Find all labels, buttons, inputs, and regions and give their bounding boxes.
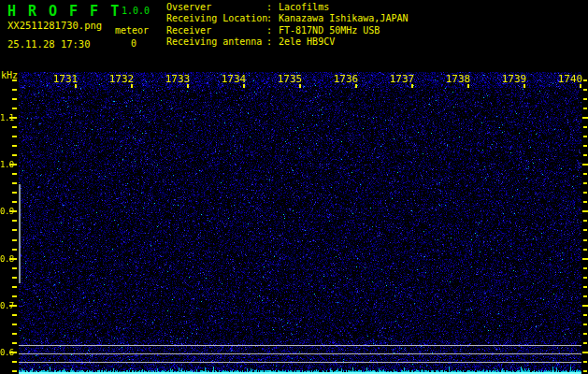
freq-minor-tick — [583, 136, 587, 137]
calibration-line-lower — [19, 362, 581, 363]
freq-major-tick — [582, 117, 588, 119]
freq-minor-tick — [583, 229, 587, 231]
timestamp: 25.11.28 17:30 — [7, 38, 91, 50]
info-value: Kanazawa Ishikawa,JAPAN — [279, 13, 408, 23]
freq-minor-tick — [12, 277, 17, 279]
output-filename: XX2511281730.png — [7, 20, 102, 31]
spectrogram-canvas — [19, 72, 581, 374]
freq-minor-tick — [583, 314, 587, 316]
freq-tick-label: 0.7 — [0, 301, 12, 310]
info-row-observer: Ovserver:Lacofilms — [166, 2, 408, 13]
freq-minor-tick — [12, 314, 17, 316]
time-tick — [243, 84, 245, 88]
freq-minor-tick — [583, 267, 587, 269]
info-separator: : — [266, 36, 274, 48]
freq-minor-tick — [583, 145, 587, 147]
time-tick — [411, 84, 413, 88]
freq-minor-tick — [583, 192, 587, 194]
info-separator: : — [266, 2, 274, 13]
info-row-location: Receiving Location:Kanazawa Ishikawa,JAP… — [166, 13, 408, 24]
meteor-count: 0 — [131, 38, 136, 49]
freq-minor-tick — [12, 126, 17, 128]
freq-minor-tick — [12, 201, 17, 203]
freq-major-tick — [582, 258, 588, 260]
info-row-antenna: Receiving antenna:2ele HB9CV — [166, 36, 408, 48]
freq-minor-tick — [12, 324, 17, 325]
info-label: Receiving antenna — [166, 36, 266, 48]
freq-minor-tick — [12, 145, 17, 147]
time-tick — [355, 84, 357, 88]
info-value: FT-817ND 50MHz USB — [279, 25, 380, 36]
freq-minor-tick — [583, 98, 587, 100]
freq-tick-label: 0.8 — [0, 254, 12, 264]
freq-minor-tick — [583, 277, 587, 279]
freq-minor-tick — [12, 173, 17, 175]
freq-minor-tick — [12, 89, 17, 91]
freq-major-tick — [582, 164, 588, 165]
freq-minor-tick — [12, 98, 17, 100]
freq-minor-tick — [12, 220, 17, 222]
freq-tick-label: 0.9 — [0, 207, 12, 216]
freq-minor-tick — [583, 201, 587, 203]
freq-minor-tick — [12, 267, 17, 269]
freq-minor-tick — [583, 108, 587, 109]
app-title: HROFFT — [7, 3, 131, 20]
freq-minor-tick — [12, 333, 17, 335]
freq-minor-tick — [12, 370, 17, 372]
mode-label: meteor — [115, 25, 149, 36]
time-tick — [75, 84, 77, 88]
freq-minor-tick — [12, 108, 17, 109]
freq-minor-tick — [583, 239, 587, 241]
info-value: 2ele HB9CV — [279, 36, 335, 47]
freq-minor-tick — [12, 136, 17, 137]
app-version: 1.0.0 — [122, 6, 150, 16]
freq-minor-tick — [583, 333, 587, 335]
freq-minor-tick — [583, 342, 587, 344]
info-value: Lacofilms — [279, 2, 329, 12]
freq-major-tick — [582, 305, 588, 307]
freq-minor-tick — [583, 89, 587, 91]
freq-minor-tick — [12, 342, 17, 344]
echo-marker-line — [19, 184, 21, 283]
time-tick — [131, 84, 133, 88]
time-tick — [580, 84, 581, 88]
time-tick — [523, 84, 525, 88]
time-tick — [299, 84, 301, 88]
freq-minor-tick — [12, 182, 17, 184]
calibration-line-upper — [19, 345, 581, 346]
time-tick — [187, 84, 189, 88]
station-info: Ovserver:Lacofilms Receiving Location:Ka… — [166, 2, 408, 49]
freq-minor-tick — [583, 182, 587, 184]
freq-minor-tick — [583, 173, 587, 175]
freq-minor-tick — [12, 361, 17, 363]
freq-minor-tick — [12, 286, 17, 288]
info-label: Receiving Location — [166, 13, 266, 24]
freq-minor-tick — [583, 324, 587, 325]
freq-tick-label: 1.1 — [0, 113, 12, 122]
freq-minor-tick — [12, 154, 17, 156]
freq-tick-label: 0.6 — [0, 348, 12, 357]
freq-minor-tick — [583, 249, 587, 251]
freq-minor-tick — [583, 220, 587, 222]
freq-minor-tick — [583, 370, 587, 372]
freq-minor-tick — [12, 192, 17, 194]
freq-minor-tick — [12, 79, 17, 81]
info-separator: : — [266, 25, 274, 36]
info-label: Receiver — [166, 25, 266, 36]
freq-major-tick — [582, 210, 588, 212]
freq-minor-tick — [583, 361, 587, 363]
info-separator: : — [266, 13, 274, 24]
freq-minor-tick — [583, 126, 587, 128]
freq-major-tick — [582, 352, 588, 353]
time-tick — [467, 84, 469, 88]
freq-minor-tick — [583, 286, 587, 288]
freq-minor-tick — [12, 295, 17, 297]
freq-minor-tick — [12, 239, 17, 241]
calibration-line-middle — [19, 353, 581, 354]
freq-minor-tick — [12, 229, 17, 231]
hrofft-window: HROFFT 1.0.0 XX2511281730.png meteor 25.… — [0, 0, 588, 374]
info-label: Ovserver — [166, 2, 266, 13]
freq-tick-label: 1.0 — [0, 160, 12, 169]
info-row-receiver: Receiver:FT-817ND 50MHz USB — [166, 25, 408, 36]
freq-minor-tick — [583, 295, 587, 297]
